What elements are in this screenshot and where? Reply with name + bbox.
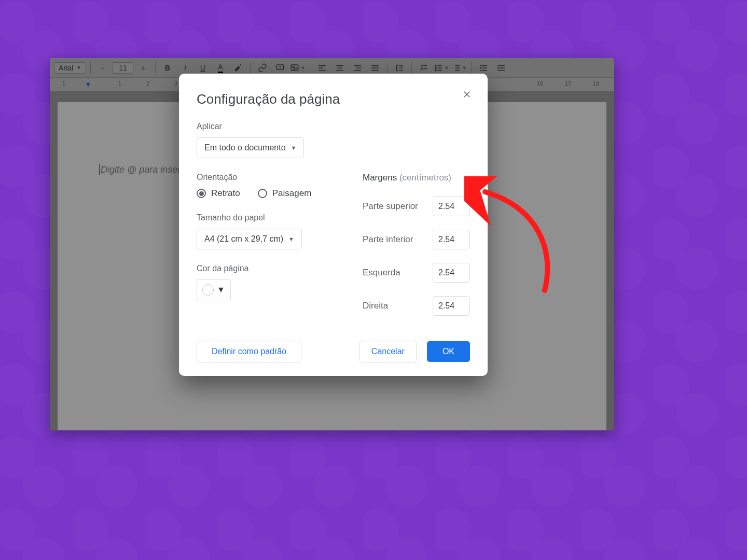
apply-to-select[interactable]: Em todo o documento ▼ xyxy=(197,137,304,158)
chevron-down-icon: ▼ xyxy=(217,285,225,295)
orientation-portrait-radio[interactable]: Retrato xyxy=(197,188,240,199)
color-swatch-icon xyxy=(202,284,214,296)
apply-to-value: Em todo o documento xyxy=(204,143,286,152)
page-color-label: Cor da página xyxy=(197,264,331,273)
close-button[interactable] xyxy=(460,87,474,102)
radio-checked-icon xyxy=(197,189,206,198)
page-color-picker[interactable]: ▼ xyxy=(197,279,231,300)
set-as-default-button[interactable]: Definir como padrão xyxy=(197,341,301,362)
chevron-down-icon: ▼ xyxy=(288,236,294,242)
margin-top-input[interactable] xyxy=(433,197,470,216)
chevron-down-icon: ▼ xyxy=(291,145,297,151)
cancel-button[interactable]: Cancelar xyxy=(359,341,417,362)
margin-right-input[interactable] xyxy=(433,296,470,316)
orientation-label: Orientação xyxy=(197,173,331,182)
close-icon xyxy=(462,90,472,99)
margin-bottom-input[interactable] xyxy=(433,230,470,249)
orientation-landscape-radio[interactable]: Paisagem xyxy=(258,188,312,199)
margin-left-label: Esquerda xyxy=(363,268,400,278)
margin-right-label: Direita xyxy=(363,301,388,311)
margin-left-input[interactable] xyxy=(433,263,470,283)
margins-heading: Margens (centímetros) xyxy=(363,173,470,183)
apply-to-label: Aplicar xyxy=(197,122,470,131)
margin-bottom-label: Parte inferior xyxy=(363,234,413,245)
paper-size-value: A4 (21 cm x 29,7 cm) xyxy=(204,234,283,244)
dialog-title: Configuração da página xyxy=(197,91,470,107)
margin-top-label: Parte superior xyxy=(363,201,418,212)
radio-unchecked-icon xyxy=(258,189,267,198)
paper-size-select[interactable]: A4 (21 cm x 29,7 cm) ▼ xyxy=(197,229,302,249)
ok-button[interactable]: OK xyxy=(427,341,470,362)
paper-size-label: Tamanho do papel xyxy=(197,213,331,222)
page-setup-dialog: Configuração da página Aplicar Em todo o… xyxy=(179,74,488,376)
